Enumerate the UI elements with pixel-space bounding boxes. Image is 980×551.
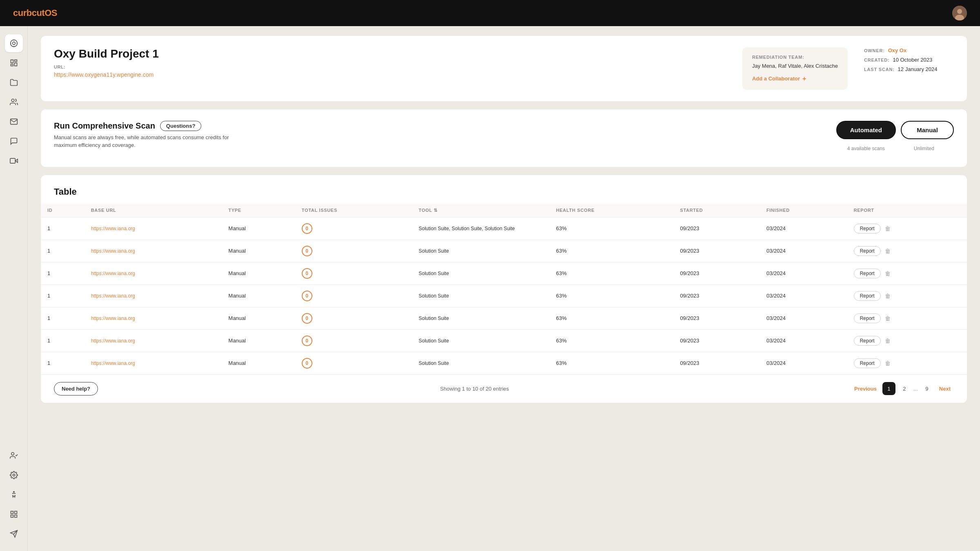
cell-url: https://www.iana.org: [85, 262, 222, 284]
delete-icon[interactable]: 🗑: [885, 293, 891, 299]
created-row: CREATED: 10 October 2023: [864, 57, 954, 63]
svg-point-1: [957, 9, 962, 14]
manual-scan-button[interactable]: Manual: [901, 121, 954, 139]
row-url-link[interactable]: https://www.iana.org: [91, 360, 135, 366]
delete-icon[interactable]: 🗑: [885, 315, 891, 322]
cell-id: 1: [41, 352, 85, 374]
scan-btn-labels: 4 available scans Unlimited: [840, 146, 951, 151]
add-collaborator-button[interactable]: Add a Collaborator +: [752, 75, 838, 82]
table-row: 1 https://www.iana.org Manual 0 Solution…: [41, 307, 967, 329]
scan-header: Run Comprehensive Scan Questions? Manual…: [54, 121, 954, 151]
report-button[interactable]: Report: [854, 336, 881, 346]
cell-issues: 0: [295, 284, 412, 307]
tool-filter-icon[interactable]: ⇅: [434, 208, 438, 213]
need-help-button[interactable]: Need help?: [54, 382, 98, 395]
user-avatar[interactable]: [952, 6, 967, 20]
row-url-link[interactable]: https://www.iana.org: [91, 226, 135, 231]
cell-id: 1: [41, 307, 85, 329]
row-url-link[interactable]: https://www.iana.org: [91, 248, 135, 254]
automated-scan-button[interactable]: Automated: [836, 121, 896, 139]
questions-button[interactable]: Questions?: [160, 121, 202, 131]
next-page-button[interactable]: Next: [936, 382, 954, 395]
report-button[interactable]: Report: [854, 269, 881, 278]
cell-started: 09/2023: [673, 262, 760, 284]
row-url-link[interactable]: https://www.iana.org: [91, 271, 135, 276]
sidebar-item-users[interactable]: [5, 93, 23, 111]
top-navigation: curbcutOS: [0, 0, 980, 26]
svg-point-18: [13, 491, 14, 493]
manual-sub: Unlimited: [898, 146, 951, 151]
created-label: CREATED:: [864, 58, 889, 62]
svg-point-16: [11, 453, 14, 455]
sidebar-item-accessibility[interactable]: [5, 486, 23, 504]
col-id: ID: [41, 204, 85, 218]
project-main-info: Oxy Build Project 1 URL: https://www.oxy…: [54, 47, 726, 78]
row-url-link[interactable]: https://www.iana.org: [91, 338, 135, 344]
report-button[interactable]: Report: [854, 291, 881, 301]
delete-icon[interactable]: 🗑: [885, 225, 891, 232]
logo-text: curbcut: [13, 8, 45, 18]
cell-tool: Solution Suite: [412, 329, 549, 352]
col-type: TYPE: [222, 204, 295, 218]
report-button[interactable]: Report: [854, 358, 881, 368]
cell-id: 1: [41, 329, 85, 352]
report-button[interactable]: Report: [854, 246, 881, 256]
prev-page-button[interactable]: Previous: [851, 382, 880, 395]
owner-row: OWNER: Oxy Ox: [864, 47, 954, 53]
svg-rect-21: [14, 515, 17, 518]
sidebar-item-target[interactable]: [5, 34, 23, 52]
cell-finished: 03/2024: [760, 284, 847, 307]
cell-health: 63%: [550, 329, 674, 352]
cell-health: 63%: [550, 217, 674, 240]
cell-report: Report 🗑: [847, 329, 967, 352]
table-row: 1 https://www.iana.org Manual 0 Solution…: [41, 217, 967, 240]
cell-report: Report 🗑: [847, 284, 967, 307]
sidebar-item-video[interactable]: [5, 152, 23, 170]
row-url-link[interactable]: https://www.iana.org: [91, 315, 135, 321]
cell-url: https://www.iana.org: [85, 240, 222, 262]
cell-started: 09/2023: [673, 329, 760, 352]
sidebar-item-user-check[interactable]: [5, 447, 23, 464]
delete-icon[interactable]: 🗑: [885, 338, 891, 344]
sidebar-item-send[interactable]: [5, 525, 23, 543]
project-url-link[interactable]: https://www.oxygena11y.wpengine.com: [54, 71, 154, 78]
svg-marker-14: [15, 159, 18, 162]
cell-health: 63%: [550, 307, 674, 329]
page-2-button[interactable]: 2: [898, 382, 911, 395]
col-base-url: BASE URL: [85, 204, 222, 218]
cell-url: https://www.iana.org: [85, 307, 222, 329]
cell-issues: 0: [295, 240, 412, 262]
sidebar-item-chat[interactable]: [5, 132, 23, 150]
issues-badge: 0: [302, 313, 312, 324]
cell-finished: 03/2024: [760, 240, 847, 262]
scan-buttons: Automated Manual 4 available scans Unlim…: [836, 121, 954, 151]
delete-icon[interactable]: 🗑: [885, 248, 891, 254]
report-button[interactable]: Report: [854, 224, 881, 233]
report-button[interactable]: Report: [854, 313, 881, 323]
cell-report: Report 🗑: [847, 217, 967, 240]
scan-left: Run Comprehensive Scan Questions? Manual…: [54, 121, 250, 149]
cell-report: Report 🗑: [847, 262, 967, 284]
owner-value[interactable]: Oxy Ox: [888, 47, 907, 53]
cell-type: Manual: [222, 352, 295, 374]
sidebar-item-settings[interactable]: [5, 466, 23, 484]
cell-type: Manual: [222, 240, 295, 262]
plus-icon: +: [802, 75, 806, 82]
table-row: 1 https://www.iana.org Manual 0 Solution…: [41, 262, 967, 284]
sidebar-item-grid[interactable]: [5, 505, 23, 523]
project-card: Oxy Build Project 1 URL: https://www.oxy…: [41, 36, 967, 101]
report-cell: Report 🗑: [854, 291, 960, 301]
svg-rect-10: [14, 60, 17, 62]
app-logo[interactable]: curbcutOS: [13, 8, 57, 18]
cell-id: 1: [41, 284, 85, 307]
page-1-button[interactable]: 1: [882, 382, 895, 395]
sidebar-item-folder[interactable]: [5, 73, 23, 91]
report-cell: Report 🗑: [854, 336, 960, 346]
sidebar-item-mail[interactable]: [5, 113, 23, 131]
sidebar-item-layout[interactable]: [5, 54, 23, 72]
row-url-link[interactable]: https://www.iana.org: [91, 293, 135, 299]
delete-icon[interactable]: 🗑: [885, 270, 891, 277]
delete-icon[interactable]: 🗑: [885, 360, 891, 367]
table-section-title: Table: [41, 187, 967, 197]
page-9-button[interactable]: 9: [920, 382, 933, 395]
